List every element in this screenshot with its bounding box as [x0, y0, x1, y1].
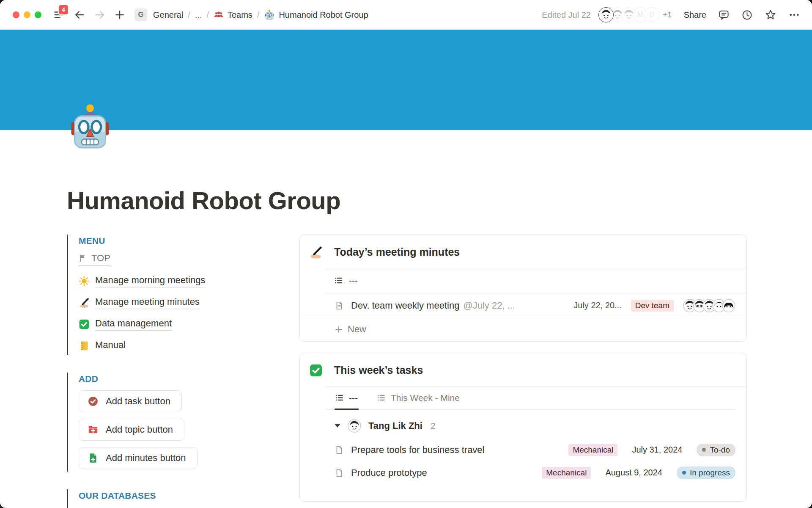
- dev-team-tag: Dev team: [631, 300, 674, 312]
- add-task-button[interactable]: Add task button: [79, 390, 182, 412]
- meeting-date-mention: @July 22, ...: [463, 300, 515, 311]
- task-title: Prepare tools for business travel: [351, 444, 485, 456]
- status-pill-todo: To-do: [697, 444, 735, 456]
- breadcrumb-teams[interactable]: Teams: [214, 10, 252, 20]
- top-link-wrap: TOP: [79, 253, 110, 266]
- comment-icon: [718, 9, 730, 21]
- menu-link-manual[interactable]: Manual: [79, 340, 254, 352]
- page-icon: [335, 468, 344, 478]
- breadcrumb-ellipsis[interactable]: ...: [195, 10, 202, 20]
- minutes-view-tab[interactable]: ---: [300, 268, 746, 293]
- avatar-overflow-count[interactable]: +1: [663, 10, 672, 19]
- breadcrumb-current-page[interactable]: Humanoid Robot Group: [264, 9, 368, 20]
- ellipsis-icon: [788, 9, 800, 21]
- clock-icon: [741, 9, 753, 21]
- green-check-icon: [309, 364, 323, 377]
- task-due-date: July 31, 2024: [632, 445, 682, 455]
- new-tab-button[interactable]: [114, 9, 125, 20]
- check-circle-icon: [88, 396, 99, 407]
- menu-link-label: Manage morning meetings: [95, 275, 205, 287]
- file-add-icon: [88, 453, 99, 464]
- databases-section: OUR DATABASES Minutes DB: [67, 489, 254, 508]
- add-topic-label: Add topic button: [106, 424, 173, 435]
- comments-button[interactable]: [718, 9, 730, 21]
- task-row[interactable]: Prepare tools for business travel Mechan…: [300, 439, 746, 461]
- menu-link-meeting-minutes[interactable]: Manage meeting minutes: [79, 296, 254, 309]
- avatar-initial-d[interactable]: D: [644, 7, 659, 22]
- breadcrumb-separator: /: [188, 10, 190, 20]
- card-title: Today’s meeting minutes: [334, 246, 460, 258]
- breadcrumb-separator: /: [206, 10, 209, 20]
- menu-link-label: Manual: [95, 340, 126, 352]
- writing-hand-icon: [309, 246, 323, 259]
- assignee-avatar: [348, 419, 361, 433]
- add-section: ADD Add task button Add topic button: [67, 373, 254, 472]
- list-view-icon: [377, 394, 385, 402]
- menu-link-data-management[interactable]: Data management: [79, 318, 254, 331]
- meeting-title: Dev. team weekly meeting: [351, 300, 459, 311]
- right-column: Today’s meeting minutes --- Dev. team we…: [299, 235, 747, 502]
- status-dot: [702, 448, 706, 452]
- page-icon: [335, 445, 344, 455]
- task-title: Produce prototype: [351, 467, 427, 478]
- page-body: Humanoid Robot Group MENU TOP Manage mor…: [0, 130, 812, 508]
- arrow-right-icon: [94, 9, 106, 21]
- minimize-window-button[interactable]: [24, 11, 30, 18]
- meeting-minutes-header: Today’s meeting minutes: [300, 235, 746, 268]
- forward-button[interactable]: [94, 9, 106, 21]
- databases-heading: OUR DATABASES: [79, 491, 254, 501]
- add-topic-button[interactable]: Add topic button: [79, 419, 184, 441]
- add-task-row: Add task button: [79, 390, 254, 412]
- task-tag: Mechanical: [542, 467, 591, 479]
- flag-icon: [79, 254, 87, 262]
- breadcrumb-separator: /: [257, 10, 260, 20]
- task-tag: Mechanical: [568, 444, 617, 456]
- tasks-view-tabs: --- This Week - Mine: [325, 387, 735, 410]
- edited-timestamp: Edited Jul 22: [542, 10, 591, 20]
- share-button[interactable]: Share: [684, 10, 706, 20]
- folder-add-icon: [88, 424, 99, 435]
- menu-link-top[interactable]: TOP: [79, 253, 254, 266]
- zoom-window-button[interactable]: [35, 11, 41, 18]
- workspace-chip[interactable]: G: [134, 8, 147, 21]
- favorite-button[interactable]: [765, 9, 776, 21]
- status-pill-in-progress: In progress: [677, 467, 735, 479]
- more-options-button[interactable]: [788, 9, 800, 21]
- weekly-tasks-header: This week’s tasks: [300, 353, 746, 386]
- traffic-lights: [13, 11, 41, 18]
- menu-link-label: TOP: [91, 253, 110, 264]
- meeting-row[interactable]: Dev. team weekly meeting @July 22, ... J…: [300, 293, 746, 318]
- assignee-name[interactable]: Tang Lik Zhi: [368, 420, 422, 431]
- robot-icon: [66, 103, 114, 151]
- task-properties: Mechanical July 31, 2024 To-do: [568, 444, 735, 456]
- page-title: Humanoid Robot Group: [67, 130, 747, 215]
- new-meeting-button[interactable]: New: [300, 318, 746, 341]
- meeting-row-properties: July 22, 20... Dev team: [573, 299, 735, 312]
- add-task-label: Add task button: [106, 396, 170, 407]
- tasks-tab-all[interactable]: ---: [335, 387, 359, 409]
- collapse-toggle[interactable]: [335, 424, 340, 428]
- page-icon-robot[interactable]: [66, 103, 114, 151]
- new-button-label: New: [348, 324, 366, 335]
- avatar[interactable]: [598, 7, 614, 22]
- tab-label: ---: [349, 393, 358, 403]
- add-minutes-button[interactable]: Add minutes button: [79, 447, 198, 469]
- notion-window: 4 G General / ... / Te: [0, 0, 812, 508]
- breadcrumb: General / ... / Teams /: [153, 9, 368, 20]
- menu-link-morning-meetings[interactable]: Manage morning meetings: [79, 275, 254, 287]
- task-due-date: August 9, 2024: [605, 468, 662, 478]
- back-button[interactable]: [74, 9, 85, 21]
- sidebar-toggle-button[interactable]: 4: [52, 8, 65, 21]
- tab-label: This Week - Mine: [391, 393, 460, 403]
- sun-icon: [79, 276, 90, 287]
- notification-badge: 4: [58, 4, 69, 15]
- people-icon: [214, 10, 224, 20]
- assignee-group-row: Tang Lik Zhi 2: [300, 410, 746, 439]
- task-row[interactable]: Produce prototype Mechanical August 9, 2…: [300, 461, 746, 484]
- attendee-avatars: [683, 299, 735, 312]
- updates-button[interactable]: [741, 9, 753, 21]
- tasks-tab-this-week-mine[interactable]: This Week - Mine: [376, 387, 461, 409]
- close-window-button[interactable]: [13, 11, 19, 18]
- breadcrumb-general[interactable]: General: [153, 10, 183, 20]
- add-heading: ADD: [79, 374, 254, 384]
